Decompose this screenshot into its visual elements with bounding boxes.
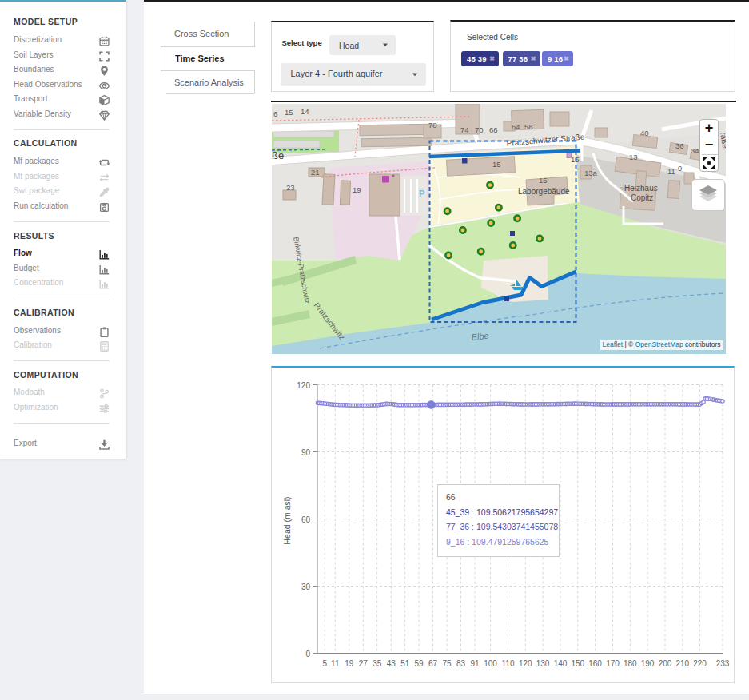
svg-text:19: 19 <box>345 658 354 667</box>
svg-text:160: 160 <box>588 658 602 667</box>
svg-text:190: 190 <box>641 658 655 667</box>
svg-text:200: 200 <box>659 658 672 667</box>
svg-text:110: 110 <box>502 658 515 667</box>
svg-text:75: 75 <box>443 658 452 667</box>
svg-text:233: 233 <box>716 658 730 667</box>
svg-text:67: 67 <box>428 658 438 667</box>
svg-text:100: 100 <box>484 658 497 667</box>
svg-text:27: 27 <box>359 658 369 667</box>
svg-text:23: 23 <box>286 183 295 192</box>
svg-text:15: 15 <box>571 155 580 164</box>
svg-text:43: 43 <box>387 658 396 667</box>
svg-text:170: 170 <box>606 658 620 667</box>
svg-text:15: 15 <box>492 160 501 169</box>
svg-text:58: 58 <box>524 122 533 131</box>
svg-text:130: 130 <box>536 658 550 667</box>
svg-text:140: 140 <box>554 658 568 667</box>
svg-text:120: 120 <box>519 658 532 667</box>
svg-text:91: 91 <box>470 658 480 667</box>
svg-text:Laborgebäude: Laborgebäude <box>518 187 570 196</box>
svg-text:60: 60 <box>301 515 311 523</box>
svg-text:21: 21 <box>311 168 320 177</box>
svg-text:0: 0 <box>305 649 310 658</box>
svg-text:51: 51 <box>400 658 410 667</box>
svg-text:13a: 13a <box>584 169 598 177</box>
svg-text:15: 15 <box>539 176 548 185</box>
svg-text:Heizhaus: Heizhaus <box>624 184 658 193</box>
svg-text:40: 40 <box>640 129 649 137</box>
svg-text:90: 90 <box>301 447 311 456</box>
svg-text:36: 36 <box>675 141 684 150</box>
svg-text:59: 59 <box>415 658 424 667</box>
svg-text:35: 35 <box>373 658 382 667</box>
svg-text:66: 66 <box>489 125 498 134</box>
svg-text:ße: ße <box>272 149 284 161</box>
svg-text:Copitz: Copitz <box>631 193 653 202</box>
svg-text:15: 15 <box>285 108 293 117</box>
svg-text:78: 78 <box>428 121 437 129</box>
svg-text:120: 120 <box>297 380 310 389</box>
svg-text:30: 30 <box>301 582 311 591</box>
svg-text:150: 150 <box>571 658 584 667</box>
svg-text:11: 11 <box>667 167 675 176</box>
svg-text:64: 64 <box>512 122 520 131</box>
svg-text:180: 180 <box>624 658 637 667</box>
svg-text:13: 13 <box>629 153 638 161</box>
svg-text:Elbe: Elbe <box>470 331 488 342</box>
svg-text:5: 5 <box>322 658 327 667</box>
svg-text:14: 14 <box>301 107 309 116</box>
svg-text:34: 34 <box>691 146 699 155</box>
svg-text:74: 74 <box>460 125 469 134</box>
svg-text:6: 6 <box>273 109 277 118</box>
svg-text:P: P <box>419 189 424 198</box>
svg-text:70: 70 <box>475 125 484 134</box>
svg-text:19: 19 <box>353 185 361 194</box>
svg-text:83: 83 <box>456 658 466 667</box>
svg-text:9: 9 <box>678 164 682 173</box>
svg-text:11: 11 <box>331 658 340 667</box>
svg-text:220: 220 <box>693 658 707 667</box>
svg-text:210: 210 <box>675 658 689 667</box>
svg-text:Head (m asl): Head (m asl) <box>282 496 292 544</box>
